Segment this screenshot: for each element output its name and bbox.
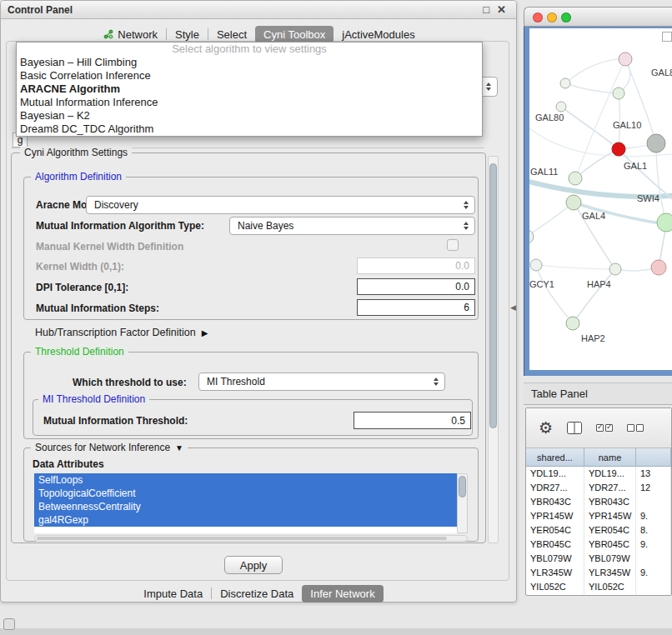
network-edge[interactable] [573,269,615,323]
gear-icon[interactable]: ⚙ [539,420,553,436]
close-window-icon[interactable]: ✕ [497,3,506,16]
list-item[interactable]: SelfLoops [34,473,457,487]
zoom-traffic-light[interactable] [561,12,571,22]
network-edge[interactable] [536,265,615,269]
close-traffic-light[interactable] [533,12,543,22]
kernel-width-field[interactable]: 0.0 [357,258,475,274]
settings-vertical-scrollbar[interactable] [488,156,499,543]
tab-jactivemodules[interactable]: jActiveModules [333,26,423,43]
data-attributes-label: Data Attributes [33,458,104,470]
table-row[interactable]: YPR145WYPR145W9. [526,509,671,523]
mi-type-combobox[interactable]: Naive Bayes [229,217,475,235]
network-window-titlebar[interactable] [524,7,672,27]
table-toolbar: ⚙ [526,408,671,448]
panel-splitter-handle[interactable]: ◀ [510,303,516,312]
unselect-all-columns-icon[interactable] [627,424,644,432]
table-row[interactable]: YBR043CYBR043C [526,495,671,509]
stepper-icon [464,222,469,230]
mi-type-label: Mutual Information Algorithm Type: [36,220,204,232]
which-threshold-combobox[interactable]: MI Threshold [198,372,445,391]
network-node[interactable] [560,78,570,88]
data-attributes-list[interactable]: SelfLoops TopologicalCoefficient Between… [34,473,457,533]
network-canvas[interactable]: GAL8GAL80GAL10GAL11GAL1SWI4GAL4GCY1HAP4H… [529,28,672,370]
algorithm-option[interactable]: Mutual Information Inference [17,96,482,109]
tab-infer-network[interactable]: Infer Network [302,585,383,602]
tab-select[interactable]: Select [208,26,255,43]
node-label: GAL8 [651,68,672,78]
tab-network[interactable]: Network [95,26,166,43]
network-svg[interactable]: GAL8GAL80GAL10GAL11GAL1SWI4GAL4GCY1HAP4H… [529,28,672,370]
scrollbar-thumb[interactable] [37,537,447,540]
network-node[interactable] [647,134,665,152]
list-horizontal-scrollbar[interactable] [34,535,468,542]
tab-style[interactable]: Style [167,26,208,43]
apply-button[interactable]: Apply [224,556,283,574]
network-node[interactable] [657,213,672,232]
network-node[interactable] [566,195,581,210]
network-node[interactable] [569,172,582,185]
dock-panel-icon[interactable] [3,618,15,630]
algorithm-option[interactable]: Dream8 DC_TDC Algorithm [17,122,482,136]
node-label: GAL1 [624,161,647,171]
table-row[interactable]: YER054CYER054C8. [526,523,671,538]
network-node[interactable] [566,317,579,330]
network-edge[interactable] [575,149,619,178]
dpi-tolerance-field[interactable]: 0.0 [357,278,475,295]
network-node[interactable] [612,142,625,156]
aracne-mode-combobox[interactable]: Discovery [86,196,475,214]
columns-icon[interactable] [567,422,582,434]
table-row[interactable]: YLR345WYLR345W9. [526,566,671,580]
sources-group-title[interactable]: Sources for Network Inference ▼ [31,442,188,453]
network-edge[interactable] [561,107,619,149]
node-table-body: YDL19...YDL19...13YDR27...YDR27...12YBR0… [526,467,671,595]
network-edge[interactable] [575,59,625,178]
table-panel-header[interactable]: Table Panel [524,382,672,405]
tab-discretize-data[interactable]: Discretize Data [212,585,302,602]
network-node[interactable] [613,88,624,99]
tab-impute-data[interactable]: Impute Data [135,585,211,602]
table-row[interactable]: YBL079WYBL079W [526,552,671,566]
network-node[interactable] [609,263,621,275]
manual-kernel-checkbox[interactable] [447,239,459,251]
table-row[interactable]: YIL052CYIL052C [526,580,671,594]
network-edge[interactable] [529,202,574,237]
node-label: GAL4 [582,211,605,221]
table-row[interactable]: YDL19...YDL19...13 [526,467,671,481]
node-label: GAL80 [535,112,564,122]
kernel-width-label: Kernel Width (0,1): [36,261,124,272]
network-node[interactable] [556,102,566,112]
mi-steps-label: Mutual Information Steps: [36,302,159,314]
network-node[interactable] [651,260,666,275]
column-header[interactable]: name [584,448,636,466]
list-item[interactable]: gal4RGexp [34,513,457,527]
network-node[interactable] [530,259,542,271]
scrollbar-thumb[interactable] [489,163,497,428]
node-label: SWI4 [637,193,659,203]
control-panel-titlebar[interactable]: Control Panel □ ✕ [1,1,516,19]
minimize-traffic-light[interactable] [547,12,557,22]
aracne-mode-value: Discovery [94,199,138,211]
stepper-icon [434,378,439,386]
hub-factor-section-header[interactable]: Hub/Transcription Factor Definition ▶ [35,327,208,338]
tab-network-label: Network [118,28,158,41]
algorithm-dropdown-popup: Select algorithm to view settings Bayesi… [16,42,483,137]
mi-threshold-field[interactable]: 0.5 [354,412,471,429]
algorithm-option-highlighted[interactable]: ARACNE Algorithm [17,82,482,96]
float-window-icon[interactable]: □ [483,3,489,16]
algorithm-option[interactable]: Basic Correlation Inference [17,69,482,82]
network-node[interactable] [619,52,632,66]
list-item[interactable]: BetweennessCentrality [34,500,457,513]
algorithm-option[interactable]: Bayesian – K2 [17,109,482,122]
select-all-columns-icon[interactable] [596,424,613,432]
scrollbar-thumb[interactable] [459,476,466,498]
tab-cyni-toolbox[interactable]: Cyni Toolbox [255,26,333,43]
mi-steps-field[interactable]: 6 [357,299,475,316]
table-row[interactable]: YDR27...YDR27...12 [526,481,671,495]
list-item[interactable]: TopologicalCoefficient [34,487,457,500]
network-edge[interactable] [536,265,573,323]
algorithm-option[interactable]: Bayesian – Hill Climbing [17,56,482,69]
list-vertical-scrollbar[interactable] [457,473,468,533]
column-header[interactable]: shared... [526,448,584,466]
table-row[interactable]: YBR045CYBR045C9. [526,538,671,552]
column-header[interactable] [636,448,671,466]
